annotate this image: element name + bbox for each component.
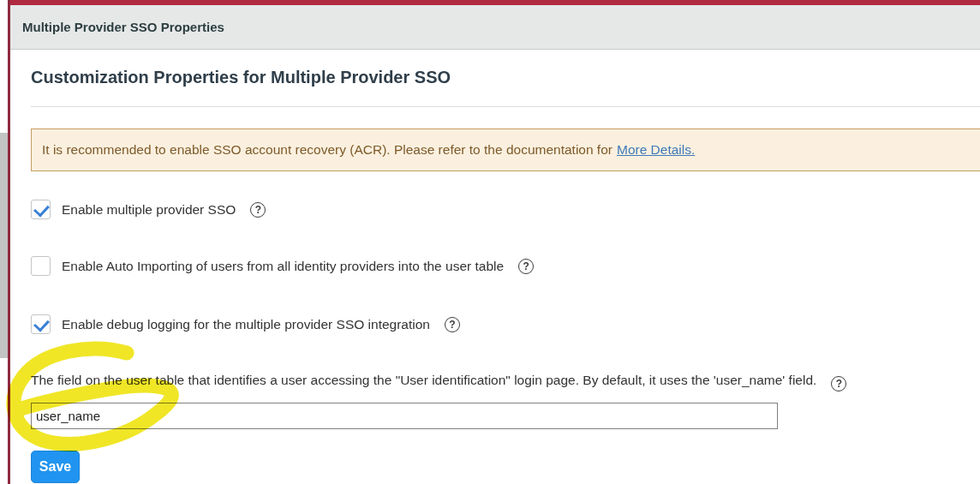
row-enable-multiple-provider-sso: Enable multiple provider SSO ?	[31, 200, 980, 219]
question-circle-icon[interactable]: ?	[445, 317, 460, 332]
content-frame: Multiple Provider SSO Properties Customi…	[10, 5, 980, 484]
enable-multiple-provider-sso-checkbox[interactable]	[31, 200, 51, 219]
page-title: Customization Properties for Multiple Pr…	[31, 68, 980, 87]
enable-auto-importing-checkbox[interactable]	[31, 256, 51, 276]
main-content: Customization Properties for Multiple Pr…	[10, 68, 980, 483]
title-divider	[31, 106, 980, 107]
window-title: Multiple Provider SSO Properties	[22, 20, 224, 34]
more-details-link[interactable]: More Details.	[617, 142, 695, 158]
recommendation-banner: It is recommended to enable SSO account …	[31, 128, 980, 171]
question-circle-icon[interactable]: ?	[831, 376, 846, 391]
checkbox-label: Enable Auto Importing of users from all …	[62, 259, 504, 274]
window-header: Multiple Provider SSO Properties	[10, 5, 980, 50]
row-enable-debug-logging: Enable debug logging for the multiple pr…	[31, 314, 980, 334]
banner-text: It is recommended to enable SSO account …	[42, 142, 612, 158]
row-enable-auto-importing: Enable Auto Importing of users from all …	[31, 256, 980, 276]
user-field-description: The field on the user table that identif…	[31, 373, 980, 391]
save-button[interactable]: Save	[31, 451, 80, 483]
field-description-text: The field on the user table that identif…	[31, 373, 816, 387]
enable-debug-logging-checkbox[interactable]	[31, 314, 51, 334]
scrollbar-thumb[interactable]	[0, 133, 8, 358]
checkbox-label: Enable multiple provider SSO	[62, 202, 236, 218]
question-circle-icon[interactable]: ?	[518, 259, 534, 274]
question-circle-icon[interactable]: ?	[250, 202, 266, 218]
checkbox-label: Enable debug logging for the multiple pr…	[62, 317, 430, 332]
user-field-input[interactable]	[31, 403, 778, 429]
